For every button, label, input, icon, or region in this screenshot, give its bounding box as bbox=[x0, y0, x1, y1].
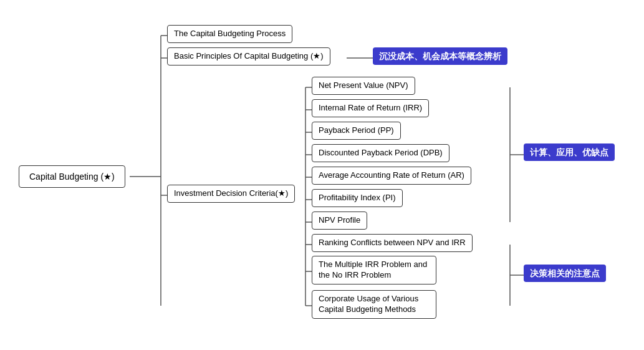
n3-tag: 计算、应用、优缺点 bbox=[524, 143, 615, 161]
n4-tag: 决策相关的注意点 bbox=[524, 265, 606, 282]
sub1-node: Net Present Value (NPV) bbox=[312, 77, 415, 95]
sub3-node: Payback Period (PP) bbox=[312, 122, 401, 140]
n3-node: Investment Decision Criteria(★) bbox=[167, 185, 295, 203]
sub4-node: Discounted Payback Period (DPB) bbox=[312, 144, 449, 162]
n2-node: Basic Principles Of Capital Budgeting (★… bbox=[167, 47, 330, 66]
sub2-node: Internal Rate of Return (IRR) bbox=[312, 99, 429, 117]
n1-node: The Capital Budgeting Process bbox=[167, 25, 292, 43]
sub9-node: The Multiple IRR Problem and the No IRR … bbox=[312, 256, 436, 284]
n2-tag: 沉没成本、机会成本等概念辨析 bbox=[373, 47, 507, 65]
mind-map: Capital Budgeting (★) The Capital Budget… bbox=[0, 0, 644, 350]
sub5-node: Average Accounting Rate of Return (AR) bbox=[312, 167, 471, 185]
sub10-node: Corporate Usage of Various Capital Budge… bbox=[312, 290, 436, 319]
root-node: Capital Budgeting (★) bbox=[19, 165, 125, 188]
sub6-node: Profitability Index (PI) bbox=[312, 189, 403, 207]
sub7-node: NPV Profile bbox=[312, 211, 367, 230]
sub8-node: Ranking Conflicts between NPV and IRR bbox=[312, 234, 473, 252]
